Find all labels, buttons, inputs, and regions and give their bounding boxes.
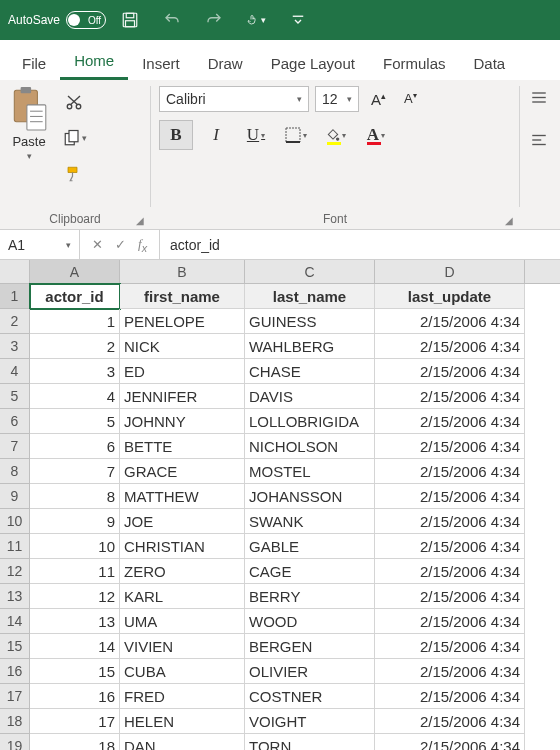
cell[interactable]: 2/15/2006 4:34 — [375, 434, 525, 459]
cell[interactable]: 11 — [30, 559, 120, 584]
cell[interactable]: CHRISTIAN — [120, 534, 245, 559]
row-header[interactable]: 1 — [0, 284, 30, 309]
cell[interactable]: MOSTEL — [245, 459, 375, 484]
cell[interactable]: PENELOPE — [120, 309, 245, 334]
font-size-combo[interactable]: 12▾ — [315, 86, 359, 112]
cell[interactable]: GABLE — [245, 534, 375, 559]
cell[interactable]: ZERO — [120, 559, 245, 584]
cell[interactable]: 2/15/2006 4:34 — [375, 359, 525, 384]
underline-button[interactable]: U▾ — [239, 120, 273, 150]
cell[interactable]: WAHLBERG — [245, 334, 375, 359]
cell[interactable]: 2/15/2006 4:34 — [375, 459, 525, 484]
cell-b1[interactable]: first_name — [120, 284, 245, 309]
tab-file[interactable]: File — [8, 45, 60, 80]
row-header[interactable]: 18 — [0, 709, 30, 734]
row-header[interactable]: 10 — [0, 509, 30, 534]
font-name-combo[interactable]: Calibri▾ — [159, 86, 309, 112]
cell[interactable]: 2/15/2006 4:34 — [375, 484, 525, 509]
column-header-d[interactable]: D — [375, 260, 525, 283]
cell[interactable]: CUBA — [120, 659, 245, 684]
cell[interactable]: 16 — [30, 684, 120, 709]
row-header[interactable]: 19 — [0, 734, 30, 750]
cell[interactable]: JOHNNY — [120, 409, 245, 434]
cell[interactable]: 5 — [30, 409, 120, 434]
cell[interactable]: 15 — [30, 659, 120, 684]
decrease-font-button[interactable]: A▾ — [398, 91, 423, 106]
paste-button[interactable]: Paste ▾ — [8, 86, 50, 161]
italic-button[interactable]: I — [199, 120, 233, 150]
increase-font-button[interactable]: A▴ — [365, 91, 392, 108]
cell[interactable]: JENNIFER — [120, 384, 245, 409]
cell[interactable]: 13 — [30, 609, 120, 634]
cell[interactable]: 2/15/2006 4:34 — [375, 384, 525, 409]
cell[interactable]: 2/15/2006 4:34 — [375, 509, 525, 534]
cell[interactable]: 2/15/2006 4:34 — [375, 709, 525, 734]
cell[interactable]: FRED — [120, 684, 245, 709]
tab-home[interactable]: Home — [60, 42, 128, 80]
cell[interactable]: 2/15/2006 4:34 — [375, 584, 525, 609]
chevron-down-icon[interactable]: ▾ — [27, 151, 32, 161]
fx-icon[interactable]: fx — [138, 236, 147, 254]
cell-a1[interactable]: actor_id — [30, 284, 120, 309]
row-header[interactable]: 16 — [0, 659, 30, 684]
row-header[interactable]: 6 — [0, 409, 30, 434]
cell[interactable]: MATTHEW — [120, 484, 245, 509]
cell-c1[interactable]: last_name — [245, 284, 375, 309]
formula-input[interactable]: actor_id — [160, 230, 560, 259]
row-header[interactable]: 2 — [0, 309, 30, 334]
save-icon[interactable] — [120, 10, 140, 30]
tab-page-layout[interactable]: Page Layout — [257, 45, 369, 80]
cell[interactable]: DAVIS — [245, 384, 375, 409]
cell[interactable]: 9 — [30, 509, 120, 534]
column-header-c[interactable]: C — [245, 260, 375, 283]
row-header[interactable]: 14 — [0, 609, 30, 634]
cell[interactable]: WOOD — [245, 609, 375, 634]
cell[interactable]: NICHOLSON — [245, 434, 375, 459]
row-header[interactable]: 11 — [0, 534, 30, 559]
autosave-toggle[interactable]: AutoSave Off — [8, 11, 106, 29]
cell[interactable]: 2/15/2006 4:34 — [375, 309, 525, 334]
borders-button[interactable]: ▾ — [279, 120, 313, 150]
cell[interactable]: BERRY — [245, 584, 375, 609]
row-header[interactable]: 9 — [0, 484, 30, 509]
cell[interactable]: 12 — [30, 584, 120, 609]
cell[interactable]: COSTNER — [245, 684, 375, 709]
row-header[interactable]: 7 — [0, 434, 30, 459]
cell[interactable]: GRACE — [120, 459, 245, 484]
cell[interactable]: BERGEN — [245, 634, 375, 659]
touch-mode-icon[interactable]: ▾ — [246, 10, 266, 30]
customize-qat-icon[interactable] — [288, 10, 308, 30]
tab-draw[interactable]: Draw — [194, 45, 257, 80]
cell[interactable]: CAGE — [245, 559, 375, 584]
cell[interactable]: JOE — [120, 509, 245, 534]
clipboard-dialog-launcher[interactable]: ◢ — [136, 215, 144, 226]
font-color-button[interactable]: A ▾ — [359, 120, 393, 150]
cell[interactable]: 6 — [30, 434, 120, 459]
cell[interactable]: VOIGHT — [245, 709, 375, 734]
enter-formula-icon[interactable]: ✓ — [115, 237, 126, 252]
toggle-switch[interactable]: Off — [66, 11, 106, 29]
row-header[interactable]: 4 — [0, 359, 30, 384]
row-header[interactable]: 8 — [0, 459, 30, 484]
cell[interactable]: UMA — [120, 609, 245, 634]
cell[interactable]: 4 — [30, 384, 120, 409]
cell[interactable]: HELEN — [120, 709, 245, 734]
cell[interactable]: GUINESS — [245, 309, 375, 334]
row-header[interactable]: 13 — [0, 584, 30, 609]
select-all-corner[interactable] — [0, 260, 30, 283]
cell[interactable]: 10 — [30, 534, 120, 559]
row-header[interactable]: 17 — [0, 684, 30, 709]
cell[interactable]: 8 — [30, 484, 120, 509]
fill-color-button[interactable]: ▾ — [319, 120, 353, 150]
cell[interactable]: SWANK — [245, 509, 375, 534]
cell[interactable]: 2/15/2006 4:34 — [375, 734, 525, 750]
cell[interactable]: 2/15/2006 4:34 — [375, 334, 525, 359]
redo-icon[interactable] — [204, 10, 224, 30]
column-header-b[interactable]: B — [120, 260, 245, 283]
cell[interactable]: 2/15/2006 4:34 — [375, 559, 525, 584]
cell[interactable]: 7 — [30, 459, 120, 484]
cell[interactable]: VIVIEN — [120, 634, 245, 659]
cell[interactable]: 3 — [30, 359, 120, 384]
cell[interactable]: 2/15/2006 4:34 — [375, 634, 525, 659]
row-header[interactable]: 5 — [0, 384, 30, 409]
